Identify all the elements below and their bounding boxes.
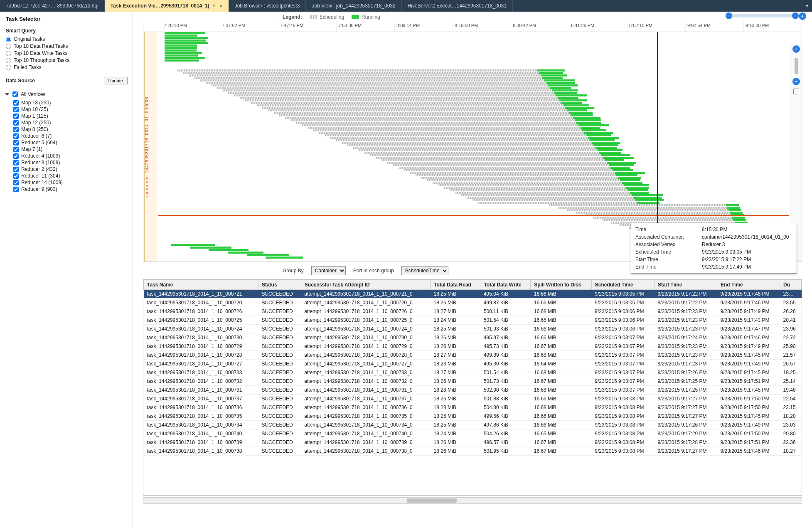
tree-item-label: Reducer 14 (1009) <box>21 180 63 185</box>
table-row[interactable]: task_1442995301718_0014_1_10_000733SUCCE… <box>144 368 802 377</box>
checkbox-input[interactable] <box>13 107 19 112</box>
tree-item[interactable]: Map 7 (1) <box>13 146 128 152</box>
close-icon[interactable]: × <box>220 3 223 9</box>
radio-input[interactable] <box>6 58 11 63</box>
table-cell: 9/23/2015 9:17:22 PM <box>654 299 717 307</box>
table-horizontal-scrollbar[interactable] <box>143 497 802 504</box>
smart-query-option[interactable]: Original Tasks <box>6 36 128 42</box>
checkbox-input[interactable] <box>13 180 19 185</box>
checkbox-input[interactable] <box>13 113 19 119</box>
tree-item[interactable]: Reducer 14 (1009) <box>13 180 128 185</box>
gantt-scroll-thumb[interactable] <box>795 58 798 74</box>
tree-item[interactable]: Reducer 2 (432) <box>13 166 128 172</box>
table-cell: 18.26 MiB <box>431 342 480 351</box>
checkbox-input[interactable] <box>13 133 19 139</box>
table-header[interactable]: Du <box>780 280 802 290</box>
table-row[interactable]: task_1442995301718_0014_1_10_000735SUCCE… <box>144 412 802 421</box>
range-knob-end[interactable] <box>792 12 799 19</box>
table-row[interactable]: task_1442995301718_0014_1_10_000739SUCCE… <box>144 438 802 447</box>
table-cell: 9/23/2015 9:03:08 PM <box>591 395 654 403</box>
tree-root-checkbox[interactable] <box>12 91 18 97</box>
tree-root-row[interactable]: All Vertices <box>6 90 128 98</box>
table-cell: 9/23/2015 9:03:08 PM <box>591 403 654 412</box>
table-header[interactable]: Successful Task Attempt ID <box>301 280 430 290</box>
table-header[interactable]: Spill Written to Disk <box>531 280 592 290</box>
tab[interactable]: HiveServer2 Execut…1442995301718_0031 <box>402 0 513 12</box>
table-row[interactable]: task_1442995301718_0014_1_10_000721SUCCE… <box>144 290 802 299</box>
smart-query-option[interactable]: Top 10 Data Write Tasks <box>6 50 128 56</box>
table-row[interactable]: task_1442995301718_0014_1_10_000736SUCCE… <box>144 403 802 412</box>
gantt-zoom-in[interactable]: + <box>792 45 800 53</box>
tab[interactable]: 7a9bd712-72ce-427…-89d00e76da1d.hql <box>0 0 105 12</box>
table-row[interactable]: task_1442995301718_0014_1_10_000729SUCCE… <box>144 342 802 351</box>
table-row[interactable]: task_1442995301718_0014_1_10_000734SUCCE… <box>144 421 802 429</box>
table-row[interactable]: task_1442995301718_0014_1_10_000727SUCCE… <box>144 360 802 368</box>
checkbox-input[interactable] <box>13 160 19 165</box>
table-row[interactable]: task_1442995301718_0014_1_10_000740SUCCE… <box>144 429 802 438</box>
table-header[interactable]: Total Data Write <box>480 280 531 290</box>
table-row[interactable]: task_1442995301718_0014_1_10_000730SUCCE… <box>144 333 802 342</box>
tree-item[interactable]: Map 13 (250) <box>13 100 128 106</box>
table-header[interactable]: Task Name <box>144 280 258 290</box>
table-row[interactable]: task_1442995301718_0014_1_10_000726SUCCE… <box>144 307 802 316</box>
tree-item[interactable]: Map 10 (35) <box>13 106 128 112</box>
table-cell: 16.66 MiB <box>531 333 592 342</box>
table-row[interactable]: task_1442995301718_0014_1_10_000728SUCCE… <box>144 351 802 360</box>
radio-input[interactable] <box>6 51 11 56</box>
tree-item[interactable]: Reducer 5 (694) <box>13 140 128 146</box>
zoom-in-button[interactable]: + <box>799 12 806 20</box>
table-row[interactable]: task_1442995301718_0014_1_10_000737SUCCE… <box>144 395 802 403</box>
radio-input[interactable] <box>6 65 11 70</box>
tree-item[interactable]: Map 12 (250) <box>13 120 128 126</box>
table-header[interactable]: End Time <box>717 280 780 290</box>
checkbox-input[interactable] <box>13 100 19 106</box>
range-knob-start[interactable] <box>726 12 732 19</box>
radio-input[interactable] <box>6 44 11 49</box>
gantt-fit-button[interactable] <box>793 89 799 94</box>
time-axis: 7:26:18 PM7:37:02 PM7:47:46 PM7:58:30 PM… <box>143 21 802 32</box>
table-row[interactable]: task_1442995301718_0014_1_10_000725SUCCE… <box>144 316 802 325</box>
hscroll-thumb[interactable] <box>407 498 457 503</box>
time-range-slider[interactable] <box>729 14 795 17</box>
table-cell: attempt_1442995301718_0014_1_10_000720_0 <box>301 299 430 307</box>
table-header[interactable]: Start Time <box>654 280 717 290</box>
table-row[interactable]: task_1442995301718_0014_1_10_000720SUCCE… <box>144 299 802 307</box>
table-cell: 18.24 MiB <box>431 316 480 325</box>
table-header[interactable]: Total Data Read <box>431 280 480 290</box>
tree-item[interactable]: Reducer 11 (304) <box>13 173 128 179</box>
checkbox-input[interactable] <box>13 153 19 159</box>
checkbox-input[interactable] <box>13 173 19 179</box>
tree-item[interactable]: Map 8 (250) <box>13 126 128 132</box>
sort-select[interactable]: ScheduledTime <box>401 266 448 275</box>
tree-item[interactable]: Reducer 4 (1009) <box>13 153 128 159</box>
groupby-select[interactable]: Container <box>311 266 346 275</box>
checkbox-input[interactable] <box>13 167 19 172</box>
table-row[interactable]: task_1442995301718_0014_1_10_000732SUCCE… <box>144 377 802 386</box>
checkbox-input[interactable] <box>13 120 19 126</box>
legend-running: Running <box>362 14 380 20</box>
gantt-zoom-out[interactable]: − <box>792 78 800 85</box>
smart-query-option[interactable]: Top 10 Throughput Tasks <box>6 57 128 63</box>
table-row[interactable]: task_1442995301718_0014_1_10_000731SUCCE… <box>144 386 802 395</box>
tab[interactable]: Job Browser : vstooltpchtest3 <box>229 0 306 12</box>
checkbox-input[interactable] <box>13 147 19 152</box>
smart-query-option[interactable]: Top 10 Data Read Tasks <box>6 43 128 49</box>
tree-item[interactable]: Reducer 3 (1009) <box>13 160 128 165</box>
checkbox-input[interactable] <box>13 187 19 192</box>
tabs-overflow-dropdown[interactable]: ▾ <box>802 0 812 12</box>
table-header[interactable]: Status <box>258 280 301 290</box>
checkbox-input[interactable] <box>13 127 19 132</box>
tree-item[interactable]: Map 1 (125) <box>13 113 128 119</box>
smart-query-option[interactable]: Failed Tasks <box>6 64 128 70</box>
tree-item[interactable]: Reducer 9 (903) <box>13 186 128 192</box>
checkbox-input[interactable] <box>13 140 19 146</box>
table-header[interactable]: Scheduled Time <box>591 280 654 290</box>
tab[interactable]: Task Execution Vie…2995301718_0014_1)+× <box>105 0 229 12</box>
tree-item[interactable]: Reducer 6 (7) <box>13 133 128 139</box>
update-button[interactable]: Update <box>104 77 128 84</box>
table-row[interactable]: task_1442995301718_0014_1_10_000738SUCCE… <box>144 447 802 456</box>
table-row[interactable]: task_1442995301718_0014_1_10_000724SUCCE… <box>144 325 802 333</box>
table-cell: 16.67 MiB <box>531 342 592 351</box>
radio-input[interactable] <box>6 37 11 42</box>
tab[interactable]: Job View : job_1442995301718_0032 <box>306 0 401 12</box>
